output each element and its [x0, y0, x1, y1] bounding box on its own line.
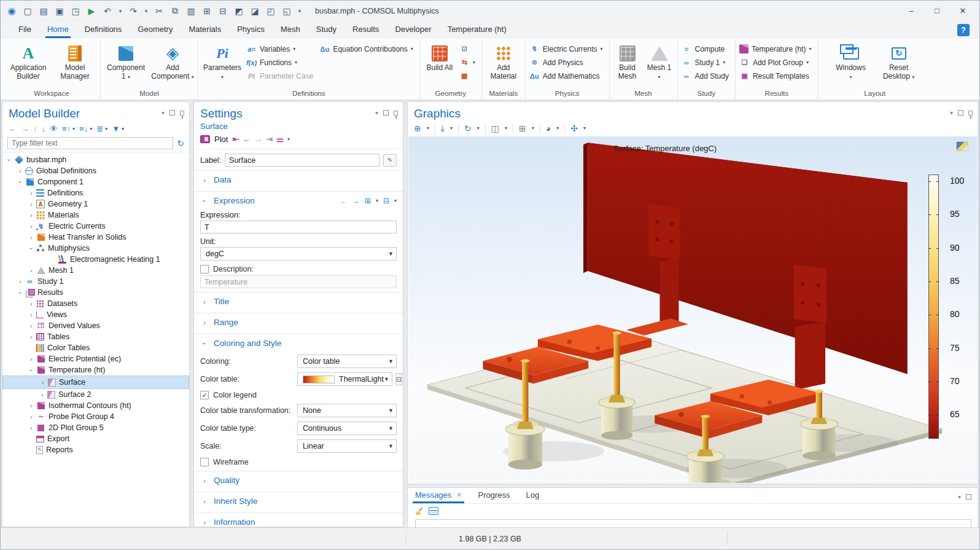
- open-message-window-icon[interactable]: [429, 507, 438, 515]
- plot-in-icon[interactable]: ⚌: [276, 135, 283, 144]
- undo-dropdown-icon[interactable]: ▾: [116, 4, 125, 18]
- variables-button[interactable]: a= Variables ▾: [245, 43, 317, 55]
- panel-menu-icon[interactable]: ▾: [950, 109, 953, 116]
- panel-pin-icon[interactable]: [394, 111, 398, 116]
- tab-study[interactable]: Study: [308, 22, 344, 38]
- compute-button[interactable]: = Compute: [680, 43, 733, 55]
- zoom-icon[interactable]: ⊕: [414, 124, 421, 133]
- tree-item[interactable]: Electric Currents: [2, 221, 189, 232]
- wireframe-checkbox[interactable]: [200, 458, 209, 466]
- new-file-icon[interactable]: ▢: [20, 4, 35, 18]
- tree-item[interactable]: Export: [2, 433, 189, 444]
- redo-dropdown-icon[interactable]: ▾: [142, 4, 150, 18]
- filter-icon[interactable]: ▼: [112, 124, 120, 133]
- section-coloring-style[interactable]: Coloring and Style: [194, 334, 403, 352]
- clear-messages-icon[interactable]: [415, 507, 424, 516]
- section-expression[interactable]: Expression ← → ⊞▾ ⊟▾: [194, 191, 403, 210]
- color-legend-checkbox[interactable]: ✓: [200, 391, 209, 399]
- section-range[interactable]: Range: [194, 313, 403, 331]
- plot-first-icon[interactable]: ⇤: [232, 135, 238, 144]
- section-data[interactable]: Data: [194, 170, 403, 189]
- coloring-select[interactable]: Color table▼: [297, 355, 397, 368]
- expression-field[interactable]: T: [200, 221, 397, 234]
- expand-all-icon[interactable]: ≡↓: [79, 124, 88, 133]
- panel-float-icon[interactable]: [383, 110, 389, 116]
- application-builder-button[interactable]: A Application Builder: [6, 42, 51, 82]
- build-mesh-button[interactable]: Build Mesh: [612, 42, 643, 82]
- undo-icon[interactable]: ↶: [100, 4, 115, 18]
- cut-icon[interactable]: ✂: [152, 4, 166, 18]
- section-title[interactable]: Title: [194, 292, 403, 310]
- move-down-icon[interactable]: ↓: [42, 124, 46, 133]
- temperature-plot-button[interactable]: Temperature (ht) ▾: [738, 43, 815, 55]
- tab-developer[interactable]: Developer: [387, 22, 439, 38]
- component-1-button[interactable]: Component 1 ▾: [103, 42, 149, 82]
- panel-pin-icon[interactable]: [968, 111, 973, 116]
- tree-item[interactable]: Isothermal Contours (ht): [2, 400, 189, 411]
- help-button[interactable]: ?: [957, 24, 970, 36]
- scale-select[interactable]: Linear▼: [297, 439, 397, 453]
- tree-item[interactable]: Mesh 1: [2, 265, 189, 276]
- close-tab-icon[interactable]: ✕: [456, 491, 462, 499]
- parameters-button[interactable]: Pi Parameters▾: [201, 42, 244, 82]
- copy-icon[interactable]: ⧉: [168, 4, 182, 18]
- view-orientation-icon[interactable]: ⤓: [441, 123, 445, 133]
- tree-item[interactable]: Definitions: [2, 187, 189, 198]
- add-material-button[interactable]: Add Material: [484, 42, 523, 82]
- insert-expression-icon[interactable]: ⊞: [365, 197, 371, 205]
- tree-item[interactable]: Surface 2: [2, 389, 189, 400]
- replace-expression-icon[interactable]: ⊟: [383, 197, 389, 205]
- grid-icon[interactable]: ⊞: [519, 124, 526, 133]
- tree-item[interactable]: Electric Potential (ec): [2, 353, 189, 364]
- mesh-1-button[interactable]: Mesh 1 ▾: [644, 42, 675, 82]
- tree-item[interactable]: Multiphysics: [2, 243, 189, 254]
- collapse-all-icon[interactable]: ≡↑: [62, 124, 71, 133]
- build-all-button[interactable]: Build All: [422, 42, 457, 74]
- tab-messages[interactable]: Messages✕: [415, 490, 462, 503]
- color-table-transformation-select[interactable]: None▼: [297, 404, 397, 417]
- open-file-icon[interactable]: ▤: [36, 4, 51, 18]
- tab-materials[interactable]: Materials: [181, 22, 229, 38]
- node-comment-button[interactable]: ✎: [383, 154, 397, 167]
- tree-item[interactable]: Color Tables: [2, 342, 189, 353]
- label-field[interactable]: Surface: [225, 154, 379, 167]
- tab-mesh[interactable]: Mesh: [273, 22, 308, 38]
- tree-item[interactable]: Views: [2, 309, 189, 320]
- tab-physics[interactable]: Physics: [229, 22, 273, 38]
- add-physics-button[interactable]: ⊛ Add Physics: [528, 57, 607, 68]
- insert-sequence-button[interactable]: ⊡: [458, 43, 479, 55]
- nav-back-icon[interactable]: ←: [9, 124, 17, 133]
- tree-filter-input[interactable]: [7, 137, 173, 149]
- tree-item[interactable]: Results: [2, 287, 189, 298]
- plot-next-icon[interactable]: →: [254, 135, 262, 144]
- add-study-button[interactable]: ∞ Add Study: [680, 70, 733, 82]
- tree-item[interactable]: Heat Transfer in Solids: [2, 232, 189, 243]
- tab-definitions[interactable]: Definitions: [77, 22, 130, 38]
- preview-icon[interactable]: ◰: [263, 4, 278, 18]
- refresh-icon[interactable]: ↻: [177, 138, 184, 148]
- scene-color-icon[interactable]: ◕: [546, 124, 551, 133]
- section-information[interactable]: Information: [194, 513, 403, 527]
- add-component-button[interactable]: ◈ Add Component ▾: [150, 42, 195, 82]
- clear-selection-icon[interactable]: ◪: [247, 4, 262, 18]
- close-button[interactable]: ✕: [950, 2, 976, 20]
- tab-home[interactable]: Home: [39, 22, 77, 38]
- model-tree-node-text-icon[interactable]: ≣: [96, 124, 103, 133]
- section-inherit-style[interactable]: Inherit Style: [194, 492, 403, 510]
- expr-forward-icon[interactable]: →: [352, 197, 360, 205]
- panel-float-icon[interactable]: [958, 110, 963, 116]
- tab-geometry[interactable]: Geometry: [130, 22, 181, 38]
- maximize-button[interactable]: □: [924, 2, 950, 20]
- study-1-button[interactable]: ∞ Study 1 ▾: [680, 57, 733, 68]
- model-manager-button[interactable]: Model Manager: [52, 42, 98, 82]
- plot-thumbnail-icon[interactable]: [956, 141, 968, 151]
- tree-item[interactable]: 8.85 e-12Derived Values: [2, 320, 189, 331]
- panel-pin-icon[interactable]: [180, 111, 184, 116]
- tree-item[interactable]: Datasets: [2, 298, 189, 309]
- update-geometry-button[interactable]: ⇆▾: [458, 57, 479, 68]
- minimize-button[interactable]: –: [898, 2, 924, 20]
- nav-forward-icon[interactable]: →: [21, 124, 29, 133]
- run-icon[interactable]: ▶: [84, 4, 99, 18]
- color-table-select[interactable]: ThermalLight▼: [297, 372, 392, 386]
- tree-item[interactable]: 2D Plot Group 5: [2, 422, 189, 433]
